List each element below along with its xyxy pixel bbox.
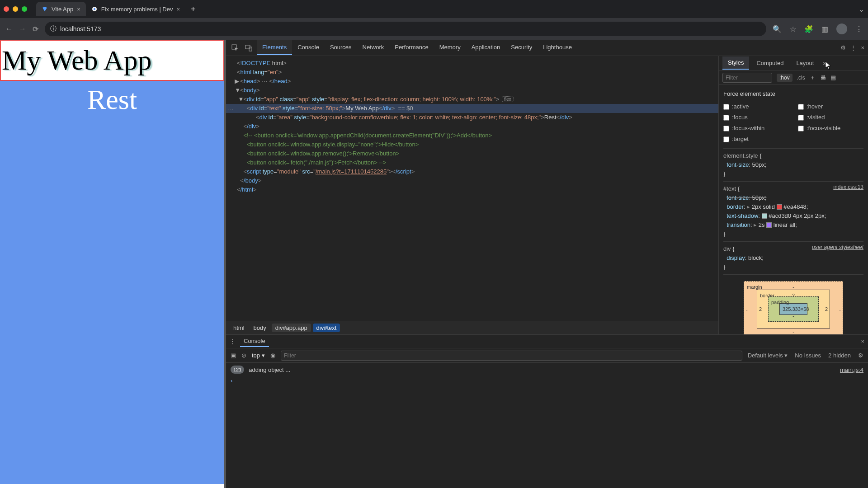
border-right-value[interactable]: 2 (825, 305, 828, 314)
devtools-tab-security[interactable]: Security (505, 40, 538, 55)
drawer-kebab-icon[interactable]: ⋮ (230, 338, 236, 345)
console-drawer-tab[interactable]: Console (240, 336, 269, 347)
state-toggle-active[interactable]: :active (723, 102, 789, 111)
devtools-tab-performance[interactable]: Performance (389, 40, 434, 55)
css-rule-block[interactable]: user agent stylesheetdiv { display: bloc… (723, 242, 863, 275)
console-prompt-caret[interactable]: › (231, 375, 863, 385)
dom-tree-line[interactable]: <div id="area" style="background-color:c… (226, 113, 718, 122)
back-button[interactable]: ← (5, 25, 13, 33)
maximize-window-dot[interactable] (22, 6, 27, 12)
devtools-tab-console[interactable]: Console (292, 40, 325, 55)
state-toggle-target[interactable]: :target (723, 135, 789, 144)
state-toggle-visited[interactable]: :visited (798, 113, 863, 122)
close-window-dot[interactable] (4, 6, 9, 12)
devtools-tab-memory[interactable]: Memory (434, 40, 466, 55)
hidden-label[interactable]: 2 hidden (828, 352, 851, 359)
dom-tree-line[interactable]: <!DOCTYPE html> (226, 59, 718, 68)
drawer-close-icon[interactable]: × (861, 338, 864, 345)
state-toggle-hover[interactable]: :hover (798, 102, 863, 111)
device-toolbar-icon[interactable] (243, 42, 254, 53)
console-settings-icon[interactable]: ⚙ (858, 352, 863, 359)
new-tab-button[interactable]: + (185, 5, 201, 14)
styles-tab-styles[interactable]: Styles (722, 56, 749, 70)
chevron-down-icon[interactable]: ⌄ (859, 5, 864, 14)
tab-title: Fix memory problems | Dev (101, 6, 173, 13)
inspect-element-icon[interactable] (230, 42, 241, 53)
devtools-tab-elements[interactable]: Elements (257, 40, 292, 55)
minimize-window-dot[interactable] (13, 6, 18, 12)
margin-right-value[interactable]: - (839, 305, 841, 314)
clear-console-icon[interactable]: ⊘ (241, 352, 246, 359)
dom-tree-line[interactable]: <!-- <button onclick='window.app.appendC… (226, 131, 718, 140)
styles-tab-computed[interactable]: Computed (751, 57, 789, 69)
close-tab-icon[interactable]: × (77, 6, 80, 13)
devtools-tab-lighthouse[interactable]: Lighthouse (538, 40, 577, 55)
css-rule-block[interactable]: element.style { font-size: 50px;} (723, 149, 863, 182)
side-panel-icon[interactable]: ▥ (821, 25, 828, 33)
log-source-link[interactable]: main.js:4 (840, 366, 863, 375)
dom-tree-line[interactable]: … <div id="text" style="font-size: 50px;… (226, 104, 718, 113)
devtools-settings-icon[interactable]: ⚙ (840, 44, 846, 51)
site-info-icon[interactable]: ⓘ (50, 25, 57, 33)
devtools-tab-network[interactable]: Network (357, 40, 390, 55)
reload-button[interactable]: ⟳ (33, 25, 38, 33)
breadcrumb-item[interactable]: body (250, 324, 270, 332)
dom-tree-line[interactable]: </div> (226, 122, 718, 131)
styles-filter-input[interactable] (722, 73, 772, 83)
issues-label[interactable]: No Issues (795, 352, 821, 359)
dom-tree-line[interactable]: <button onclick='window.app.style.displa… (226, 140, 718, 149)
styles-tab-layout[interactable]: Layout (791, 57, 819, 69)
browser-tab-1[interactable]: Vite App × (36, 2, 86, 16)
dom-tree[interactable]: <!DOCTYPE html> <html lang="en"> ▶<head>… (226, 56, 718, 321)
padding-bottom-value[interactable]: - (793, 311, 794, 320)
dom-breadcrumb[interactable]: htmlbodydiv#app.appdiv#text (226, 321, 718, 334)
state-toggle-focus[interactable]: :focus (723, 113, 789, 122)
window-traffic-lights[interactable] (4, 6, 27, 12)
border-left-value[interactable]: 2 (759, 305, 762, 314)
dom-tree-line[interactable]: </html> (226, 185, 718, 194)
browser-tab-2[interactable]: Fix memory problems | Dev × (86, 2, 185, 16)
devtools-kebab-icon[interactable]: ⋮ (850, 44, 856, 51)
dom-tree-line[interactable]: ▼<div id="app" class="app" style="displa… (226, 95, 718, 104)
state-toggle-focus-within[interactable]: :focus-within (723, 124, 789, 133)
dom-tree-line[interactable]: <html lang="en"> (226, 68, 718, 77)
profile-avatar[interactable] (836, 23, 847, 34)
margin-bottom-value[interactable]: - (793, 328, 794, 334)
execution-context-selector[interactable]: top ▾ (252, 352, 265, 359)
breadcrumb-item[interactable]: div#text (313, 324, 340, 332)
padding-top-value[interactable]: - (793, 298, 794, 307)
hov-toggle[interactable]: :hov (777, 74, 793, 82)
devtools-tab-sources[interactable]: Sources (325, 40, 357, 55)
page-heading: My Web App (0, 40, 224, 81)
close-tab-icon[interactable]: × (176, 6, 180, 13)
bookmark-icon[interactable]: ☆ (790, 25, 796, 33)
flex-overlay-icon[interactable]: ▤ (830, 74, 836, 81)
cls-toggle[interactable]: .cls (797, 75, 805, 81)
log-levels-selector[interactable]: Default levels ▾ (748, 352, 788, 359)
kebab-menu-icon[interactable]: ⋮ (855, 25, 863, 33)
chrome-favicon-icon (91, 6, 98, 12)
dom-tree-line[interactable]: <button onclick='fetch("./main.js")'>Fet… (226, 158, 718, 167)
console-filter-input[interactable] (281, 351, 742, 361)
new-style-rule-icon[interactable]: ＋ (810, 74, 816, 82)
devtools-tab-application[interactable]: Application (466, 40, 506, 55)
dom-tree-line[interactable]: </body> (226, 176, 718, 185)
live-expression-icon[interactable]: ◉ (270, 352, 275, 359)
breadcrumb-item[interactable]: html (230, 324, 248, 332)
dom-tree-line[interactable]: <button onclick='window.app.remove();'>R… (226, 149, 718, 158)
dom-tree-line[interactable]: ▶<head> ⋯ </head> (226, 77, 718, 86)
css-rule-block[interactable]: index.css:13#text { font-size: 50px; bor… (723, 182, 863, 242)
box-model-diagram[interactable]: margin - - - - border 2 2 2 pa (744, 281, 843, 334)
breadcrumb-item[interactable]: div#app.app (272, 324, 311, 332)
margin-left-value[interactable]: - (746, 305, 748, 314)
devtools-close-icon[interactable]: × (861, 44, 864, 51)
console-sidebar-toggle-icon[interactable]: ▣ (231, 352, 236, 359)
styles-overflow-icon[interactable]: » (823, 60, 826, 66)
state-toggle-focus-visible[interactable]: :focus-visible (798, 124, 863, 133)
dom-tree-line[interactable]: ▼<body> (226, 86, 718, 95)
extensions-icon[interactable]: 🧩 (804, 25, 813, 33)
zoom-icon[interactable]: 🔍 (773, 25, 782, 33)
dom-tree-line[interactable]: <script type="module" src="/main.js?t=17… (226, 167, 718, 176)
print-media-icon[interactable]: 🖶 (820, 74, 826, 81)
address-bar[interactable]: ⓘ localhost:5173 (45, 22, 766, 36)
